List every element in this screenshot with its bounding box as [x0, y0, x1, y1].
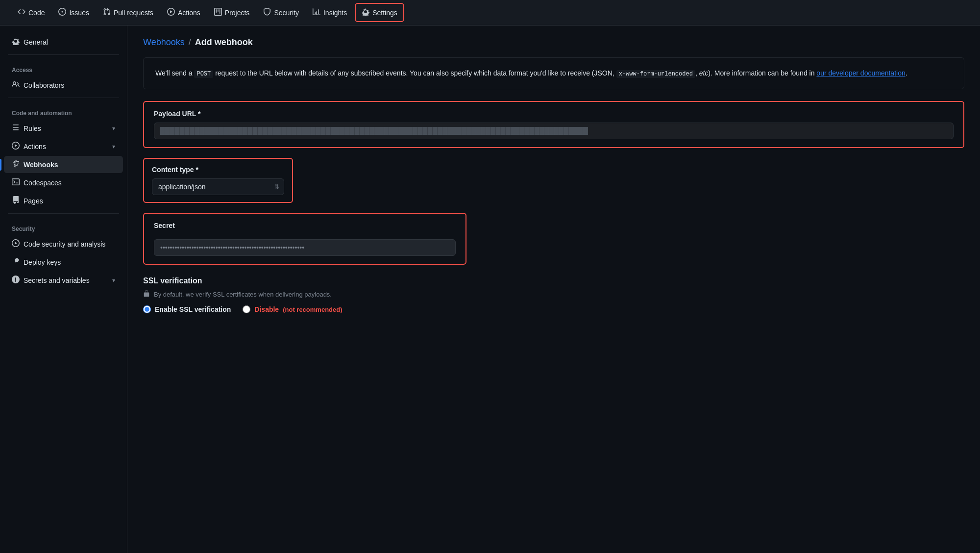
nav-item-settings[interactable]: Settings [355, 3, 404, 22]
description-text-middle1: request to the URL below with details of… [213, 69, 616, 77]
codespaces-icon [12, 178, 20, 187]
nav-label-insights: Insights [323, 9, 347, 17]
description-text-before: We'll send a [155, 69, 194, 77]
projects-icon [214, 8, 222, 17]
description-em1: etc [699, 69, 709, 77]
description-code2: x-www-form-urlencoded [616, 70, 695, 78]
nav-item-actions[interactable]: Actions [161, 4, 206, 21]
nav-label-settings: Settings [372, 9, 397, 17]
developer-documentation-link[interactable]: our developer documentation [816, 69, 905, 77]
issues-icon [58, 8, 66, 17]
code-security-icon [12, 239, 20, 249]
top-nav: Code Issues Pull requests Actions [0, 0, 980, 25]
sidebar-divider-2 [8, 98, 119, 98]
description-period: . [906, 69, 907, 77]
secrets-expand-icon: ▾ [112, 277, 115, 284]
nav-item-pull-requests[interactable]: Pull requests [97, 4, 159, 21]
nav-item-security[interactable]: Security [257, 4, 305, 21]
ssl-section: SSL verification By default, we verify S… [143, 276, 964, 313]
rules-expand-icon: ▾ [112, 125, 115, 132]
pull-requests-icon [103, 8, 111, 17]
sidebar-label-code-security: Code security and analysis [24, 240, 105, 248]
lock-icon [143, 290, 150, 299]
sidebar-label-codespaces: Codespaces [24, 179, 62, 187]
sidebar-label-general: General [24, 38, 48, 46]
sidebar-item-secrets-variables[interactable]: Secrets and variables ▾ [4, 272, 123, 289]
secret-section: Secret [143, 213, 466, 265]
nav-item-insights[interactable]: Insights [307, 4, 353, 21]
sidebar-item-general[interactable]: General [4, 33, 123, 50]
sidebar: General Access Collaborators Code and au… [0, 25, 127, 553]
ssl-disable-option[interactable]: Disable (not recommended) [243, 305, 342, 313]
nav-label-pull-requests: Pull requests [114, 9, 153, 17]
actions-expand-icon: ▾ [112, 143, 115, 150]
secrets-icon [12, 276, 20, 285]
ssl-disable-radio[interactable] [243, 305, 250, 313]
sidebar-divider-3 [8, 213, 119, 214]
sidebar-item-webhooks[interactable]: Webhooks [4, 156, 123, 173]
settings-nav-icon [362, 8, 369, 17]
sidebar-label-deploy-keys: Deploy keys [24, 258, 61, 266]
content-type-select[interactable]: application/json application/x-www-form-… [152, 178, 284, 195]
description-text-end: ). More information can be found in [708, 69, 816, 77]
ssl-disable-note: (not recommended) [283, 306, 342, 313]
ssl-enable-label: Enable SSL verification [155, 305, 231, 313]
breadcrumb-webhooks-link[interactable]: Webhooks [143, 37, 185, 48]
actions-nav-icon [167, 8, 175, 17]
webhooks-icon [12, 160, 20, 169]
actions-sidebar-icon [12, 142, 20, 151]
sidebar-item-deploy-keys[interactable]: Deploy keys [4, 253, 123, 271]
payload-url-label: Payload URL * [154, 110, 954, 118]
collaborators-icon [12, 80, 20, 90]
sidebar-item-actions[interactable]: Actions ▾ [4, 138, 123, 155]
pages-icon [12, 196, 20, 205]
ssl-options: Enable SSL verification Disable (not rec… [143, 305, 964, 313]
payload-url-input[interactable] [154, 123, 954, 139]
deploy-keys-icon [12, 257, 20, 267]
description-box: We'll send a POST request to the URL bel… [143, 57, 964, 89]
insights-icon [313, 8, 320, 17]
nav-label-projects: Projects [225, 9, 250, 17]
content-type-label: Content type * [152, 166, 284, 174]
breadcrumb: Webhooks / Add webhook [143, 37, 964, 48]
content-type-section: Content type * application/json applicat… [143, 158, 293, 203]
content-type-select-wrapper: application/json application/x-www-form-… [152, 178, 284, 195]
sidebar-label-webhooks: Webhooks [24, 161, 58, 169]
code-icon [18, 8, 25, 17]
sidebar-item-collaborators[interactable]: Collaborators [4, 76, 123, 94]
secret-label: Secret [154, 222, 456, 229]
nav-label-actions: Actions [178, 9, 200, 17]
sidebar-item-codespaces[interactable]: Codespaces [4, 174, 123, 191]
ssl-enable-radio[interactable] [143, 305, 151, 313]
sidebar-item-pages[interactable]: Pages [4, 192, 123, 209]
rules-icon [12, 124, 20, 133]
ssl-enable-option[interactable]: Enable SSL verification [143, 305, 231, 313]
sidebar-item-code-security[interactable]: Code security and analysis [4, 235, 123, 252]
nav-label-issues: Issues [69, 9, 89, 17]
nav-item-projects[interactable]: Projects [208, 4, 256, 21]
sidebar-section-access: Access [0, 59, 127, 76]
security-nav-icon [263, 8, 271, 17]
sidebar-label-collaborators: Collaborators [24, 81, 64, 89]
sidebar-label-actions: Actions [24, 143, 46, 151]
gear-icon [12, 37, 20, 47]
ssl-title: SSL verification [143, 276, 964, 285]
description-code1: POST [194, 70, 213, 78]
sidebar-section-security: Security [0, 218, 127, 235]
nav-label-code: Code [28, 9, 45, 17]
nav-label-security: Security [274, 9, 299, 17]
breadcrumb-separator: / [189, 37, 191, 48]
description-text-middle2: , [695, 69, 699, 77]
sidebar-label-secrets-variables: Secrets and variables [24, 276, 90, 284]
payload-url-section: Payload URL * [143, 101, 964, 148]
sidebar-label-pages: Pages [24, 197, 43, 205]
nav-item-code[interactable]: Code [12, 4, 50, 21]
main-layout: General Access Collaborators Code and au… [0, 25, 980, 553]
nav-item-issues[interactable]: Issues [52, 4, 95, 21]
content-area: Webhooks / Add webhook We'll send a POST… [127, 25, 980, 553]
sidebar-section-code-automation: Code and automation [0, 102, 127, 120]
sidebar-label-rules: Rules [24, 125, 41, 132]
breadcrumb-current: Add webhook [195, 37, 253, 48]
sidebar-item-rules[interactable]: Rules ▾ [4, 120, 123, 137]
secret-input[interactable] [154, 239, 456, 256]
